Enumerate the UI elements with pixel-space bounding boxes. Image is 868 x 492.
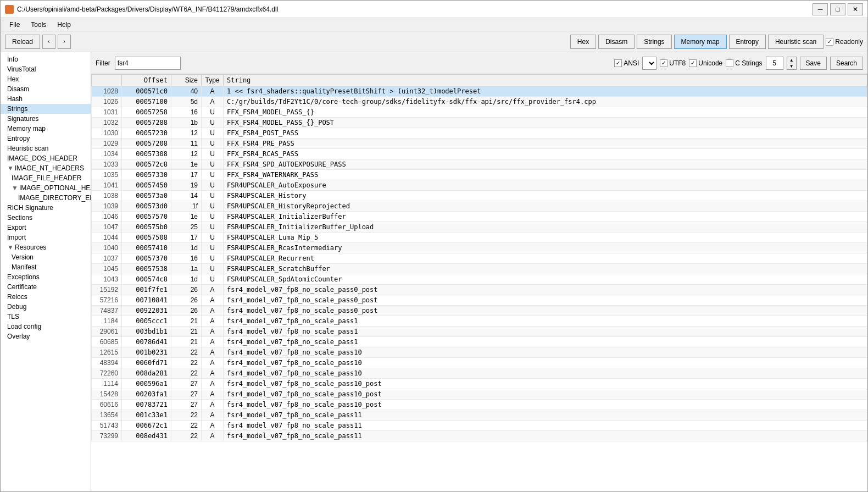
table-row[interactable]: 1044 00057508 17 U FSR4UPSCALER_Luma_Mip…: [92, 233, 867, 243]
sidebar-item-signatures[interactable]: Signatures: [1, 114, 91, 124]
sidebar-item-export[interactable]: Export: [1, 223, 91, 233]
spin-down-button[interactable]: ▼: [787, 63, 796, 69]
sidebar-item-nt-headers[interactable]: ▼IMAGE_NT_HEADERS: [1, 163, 91, 173]
table-row[interactable]: 60685 00786d41 21 A fsr4_model_v07_fp8_n…: [92, 337, 867, 347]
table-row[interactable]: 1034 00057308 12 U FFX_FSR4_RCAS_PASS: [92, 149, 867, 159]
reload-button[interactable]: Reload: [5, 35, 40, 49]
sidebar-item-dos-header[interactable]: IMAGE_DOS_HEADER: [1, 153, 91, 163]
sidebar-item-relocs[interactable]: Relocs: [1, 292, 91, 302]
cell-size: 1b: [171, 118, 202, 128]
col-header-size[interactable]: Size: [171, 75, 202, 86]
table-row[interactable]: 15192 001f7fe1 26 A fsr4_model_v07_fp8_n…: [92, 285, 867, 295]
table-row[interactable]: 51743 006672c1 22 A fsr4_model_v07_fp8_n…: [92, 421, 867, 431]
table-row[interactable]: 72260 008da281 22 A fsr4_model_v07_fp8_n…: [92, 368, 867, 379]
cstrings-checkbox[interactable]: [726, 59, 733, 67]
table-row[interactable]: 60616 00783721 27 A fsr4_model_v07_fp8_n…: [92, 400, 867, 410]
nav-forward-button[interactable]: ›: [58, 35, 71, 49]
table-row[interactable]: 74837 00922031 26 A fsr4_model_v07_fp8_n…: [92, 306, 867, 316]
sidebar-item-memory-map[interactable]: Memory map: [1, 124, 91, 134]
nav-back-button[interactable]: ‹: [42, 35, 55, 49]
menu-file[interactable]: File: [5, 20, 24, 30]
sidebar-item-debug[interactable]: Debug: [1, 302, 91, 312]
sidebar-item-tls[interactable]: TLS: [1, 312, 91, 322]
minimize-button[interactable]: ─: [813, 3, 828, 15]
table-row[interactable]: 1041 00057450 19 U FSR4UPSCALER_AutoExpo…: [92, 180, 867, 191]
num-input[interactable]: [766, 57, 783, 70]
table-row[interactable]: 15428 00203fa1 27 A fsr4_model_v07_fp8_n…: [92, 389, 867, 400]
encoding-select[interactable]: [642, 57, 656, 70]
table-row[interactable]: 1040 00057410 1d U FSR4UPSCALER_RcasInte…: [92, 243, 867, 253]
sidebar-item-overlay[interactable]: Overlay: [1, 331, 91, 341]
hex-button[interactable]: Hex: [570, 35, 596, 49]
sidebar-item-directory[interactable]: IMAGE_DIRECTORY_EN...: [1, 193, 91, 203]
sidebar-item-manifest[interactable]: Manifest: [1, 262, 91, 272]
heuristic-button[interactable]: Heuristic scan: [768, 35, 824, 49]
col-header-type[interactable]: Type: [202, 75, 224, 86]
sidebar-item-entropy[interactable]: Entropy: [1, 134, 91, 143]
table-row[interactable]: 1114 000596a1 27 A fsr4_model_v07_fp8_no…: [92, 379, 867, 389]
table-row[interactable]: 1030 00057230 12 U FFX_FSR4_POST_PASS: [92, 128, 867, 139]
sidebar-item-virustotal[interactable]: VirusTotal: [1, 64, 91, 74]
menu-help[interactable]: Help: [53, 20, 75, 30]
table-row[interactable]: 1039 000573d0 1f U FSR4UPSCALER_HistoryR…: [92, 201, 867, 212]
table-row[interactable]: 1031 00057258 16 U FFX_FSR4_MODEL_PASS_{…: [92, 107, 867, 118]
search-button[interactable]: Search: [830, 57, 863, 70]
sidebar-item-certificate[interactable]: Certificate: [1, 282, 91, 292]
memory-map-button[interactable]: Memory map: [674, 35, 727, 49]
maximize-button[interactable]: □: [830, 3, 845, 15]
entropy-button[interactable]: Entropy: [729, 35, 766, 49]
table-row[interactable]: 57216 00710841 26 A fsr4_model_v07_fp8_n…: [92, 295, 867, 306]
sidebar-item-rich[interactable]: RICH Signature: [1, 203, 91, 213]
table-row[interactable]: 1043 000574c8 1d U FSR4UPSCALER_SpdAtomi…: [92, 274, 867, 285]
table-row[interactable]: 73299 008ed431 22 A fsr4_model_v07_fp8_n…: [92, 431, 867, 441]
col-header-offset[interactable]: Offset: [122, 75, 171, 86]
menu-tools[interactable]: Tools: [26, 20, 51, 30]
sidebar-item-file-header[interactable]: IMAGE_FILE_HEADER: [1, 173, 91, 183]
cell-type: U: [202, 264, 224, 274]
table-row[interactable]: 13654 001c33e1 22 A fsr4_model_v07_fp8_n…: [92, 410, 867, 421]
table-row[interactable]: 1032 00057288 1b U FFX_FSR4_MODEL_PASS_{…: [92, 118, 867, 128]
table-row[interactable]: 1028 000571c0 40 A 1 << fsr4_shaders::qu…: [92, 86, 867, 97]
cell-type: A: [202, 306, 224, 316]
sidebar-item-disasm[interactable]: Disasm: [1, 84, 91, 94]
unicode-checkbox[interactable]: [689, 59, 697, 67]
sidebar-item-strings[interactable]: Strings: [1, 104, 91, 114]
table-row[interactable]: 1047 000575b0 25 U FSR4UPSCALER_Initiali…: [92, 222, 867, 233]
table-row[interactable]: 1046 00057570 1e U FSR4UPSCALER_Initiali…: [92, 212, 867, 222]
sidebar-item-loadconfig[interactable]: Load config: [1, 322, 91, 331]
sidebar-item-hash[interactable]: Hash: [1, 94, 91, 104]
disasm-button[interactable]: Disasm: [598, 35, 635, 49]
table-row[interactable]: 1026 00057100 5d A C:/gr/builds/TdF2Yt1C…: [92, 97, 867, 107]
cell-string: fsr4_model_v07_fp8_no_scale_pass1: [224, 316, 867, 327]
sidebar-item-sections[interactable]: Sections: [1, 213, 91, 223]
table-row[interactable]: 1033 000572c8 1e U FFX_FSR4_SPD_AUTOEXPO…: [92, 159, 867, 170]
table-row[interactable]: 48394 0060fd71 22 A fsr4_model_v07_fp8_n…: [92, 358, 867, 368]
spin-up-button[interactable]: ▲: [787, 57, 796, 63]
utf8-checkbox[interactable]: [660, 59, 667, 67]
sidebar-item-resources[interactable]: ▼Resources: [1, 242, 91, 252]
sidebar-item-exceptions[interactable]: Exceptions: [1, 272, 91, 282]
table-row[interactable]: 29061 003bd1b1 21 A fsr4_model_v07_fp8_n…: [92, 327, 867, 337]
sidebar-item-heuristic[interactable]: Heuristic scan: [1, 143, 91, 153]
col-header-num[interactable]: [92, 75, 122, 86]
table-row[interactable]: 1037 00057370 16 U FSR4UPSCALER_Recurren…: [92, 253, 867, 264]
table-row[interactable]: 1184 0005ccc1 21 A fsr4_model_v07_fp8_no…: [92, 316, 867, 327]
table-row[interactable]: 1038 000573a0 14 U FSR4UPSCALER_History: [92, 191, 867, 201]
table-row[interactable]: 1035 00057330 17 U FFX_FSR4_WATERNARK_PA…: [92, 170, 867, 180]
sidebar-item-import[interactable]: Import: [1, 233, 91, 242]
cell-offset: 00057288: [122, 118, 171, 128]
readonly-checkbox[interactable]: [826, 38, 833, 46]
strings-button[interactable]: Strings: [637, 35, 671, 49]
save-button[interactable]: Save: [800, 57, 827, 70]
filter-input[interactable]: [115, 57, 181, 70]
table-row[interactable]: 1045 00057538 1a U FSR4UPSCALER_ScratchB…: [92, 264, 867, 274]
close-button[interactable]: ✕: [848, 3, 863, 15]
table-row[interactable]: 1029 00057208 11 U FFX_FSR4_PRE_PASS: [92, 139, 867, 149]
sidebar-item-optional-header[interactable]: ▼IMAGE_OPTIONAL_HEADER: [1, 183, 91, 193]
table-row[interactable]: 12615 001b0231 22 A fsr4_model_v07_fp8_n…: [92, 347, 867, 358]
sidebar-item-version[interactable]: Version: [1, 252, 91, 262]
col-header-string[interactable]: String: [224, 75, 867, 86]
sidebar-item-info[interactable]: Info: [1, 54, 91, 64]
ansi-checkbox[interactable]: [614, 59, 622, 67]
sidebar-item-hex[interactable]: Hex: [1, 74, 91, 84]
